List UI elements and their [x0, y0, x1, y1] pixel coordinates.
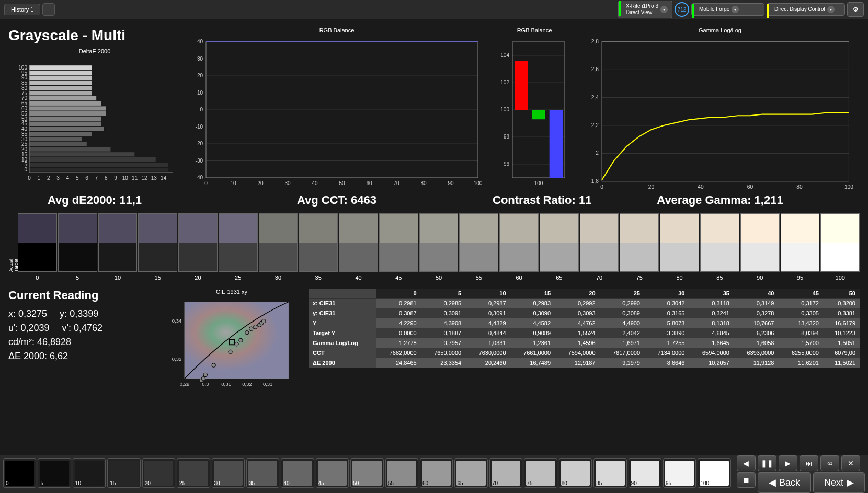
next-nav-button[interactable]: Next▶ [813, 472, 865, 493]
thumb-40[interactable]: 40 [281, 458, 314, 488]
swatch-65[interactable]: 65 [540, 213, 579, 272]
swatch-label: 50 [420, 274, 458, 281]
swatch-60[interactable]: 60 [499, 213, 539, 272]
prev-button[interactable]: ◀ [737, 455, 756, 471]
svg-text:4: 4 [66, 175, 70, 181]
swatch-40[interactable]: 40 [339, 213, 378, 272]
device-ddc-name: Direct Display Control [774, 6, 825, 13]
table-cell: 4,6845 [689, 328, 733, 338]
table-cell: 4,3908 [421, 318, 465, 328]
device-mobileforge-button[interactable]: Mobile Forge ▾ [691, 3, 764, 16]
pause-button[interactable]: ❚❚ [758, 455, 776, 471]
thumb-15[interactable]: 15 [107, 458, 140, 488]
thumb-70[interactable]: 70 [489, 458, 522, 488]
device-xrite-button[interactable]: X-Rite i1Pro 3Direct View ▾ [618, 1, 672, 18]
swatch-label: 75 [620, 274, 658, 281]
thumb-50[interactable]: 50 [350, 458, 383, 488]
avg-cct-metric: Avg CCT: 6463 [185, 193, 488, 207]
table-cell: 0,3118 [689, 299, 733, 308]
table-cell: 10,7667 [734, 318, 778, 328]
svg-text:-20: -20 [196, 141, 203, 146]
swatch-100[interactable]: 100 [820, 213, 860, 272]
row-label: CCT [309, 348, 376, 358]
table-cell: 0,3165 [644, 308, 689, 318]
history-tab[interactable]: History 1 [4, 4, 40, 15]
play-button[interactable]: ▶ [779, 455, 797, 471]
swatch-50[interactable]: 50 [419, 213, 459, 272]
swatch-label: 100 [821, 274, 859, 281]
swatch-15[interactable]: 15 [138, 213, 177, 272]
swatch-5[interactable]: 5 [58, 213, 97, 272]
next-button[interactable]: ⏭ [800, 455, 818, 471]
svg-point-127 [201, 377, 205, 381]
table-cell: 0,3172 [778, 299, 823, 308]
swatch-45[interactable]: 45 [379, 213, 418, 272]
swatch-axis-labels: Actual Target [8, 213, 17, 272]
thumb-label: 95 [666, 480, 671, 486]
thumb-5[interactable]: 5 [38, 458, 71, 488]
swatch-30[interactable]: 30 [259, 213, 298, 272]
swatch-75[interactable]: 75 [620, 213, 659, 272]
swatch-25[interactable]: 25 [219, 213, 258, 272]
thumb-label: 45 [318, 480, 324, 486]
data-table-panel[interactable]: 05101520253035404550 x: CIE310,29810,298… [309, 289, 860, 398]
table-row: ΔE 200024,846523,335420,246016,748912,91… [309, 358, 860, 368]
svg-rect-12 [29, 106, 106, 111]
thumb-55[interactable]: 55 [385, 458, 418, 488]
thumb-65[interactable]: 65 [454, 458, 487, 488]
swatch-35[interactable]: 35 [299, 213, 338, 272]
swatch-95[interactable]: 95 [781, 213, 820, 272]
swatch-55[interactable]: 55 [459, 213, 498, 272]
table-cell: 11,6201 [778, 358, 823, 368]
svg-text:0,32: 0,32 [242, 381, 252, 387]
table-cell: 0,9089 [510, 328, 555, 338]
back-button[interactable]: ◀Back [758, 472, 811, 493]
swatch-80[interactable]: 80 [660, 213, 699, 272]
close-button[interactable]: ✕ [841, 455, 860, 471]
svg-text:65: 65 [21, 100, 28, 106]
swatch-0[interactable]: 0 [18, 213, 57, 272]
stop-button[interactable]: ◼ [737, 472, 756, 488]
table-cell: 0,3089 [600, 308, 644, 318]
swatch-85[interactable]: 85 [700, 213, 739, 272]
swatch-70[interactable]: 70 [580, 213, 619, 272]
swatch-20[interactable]: 20 [178, 213, 218, 272]
svg-rect-14 [29, 96, 96, 101]
thumb-100[interactable]: 100 [698, 458, 730, 488]
thumb-90[interactable]: 90 [629, 458, 661, 488]
thumb-20[interactable]: 20 [142, 458, 175, 488]
thumb-30[interactable]: 30 [212, 458, 245, 488]
svg-text:60: 60 [747, 184, 753, 190]
thumb-25[interactable]: 25 [177, 458, 210, 488]
device-ddc-button[interactable]: Direct Display Control ▾ [767, 3, 845, 16]
thumb-85[interactable]: 85 [593, 458, 626, 488]
add-tab-button[interactable]: + [42, 3, 55, 16]
thumb-label: 85 [596, 480, 602, 486]
svg-point-129 [212, 363, 216, 368]
thumb-75[interactable]: 75 [524, 458, 557, 488]
svg-text:-10: -10 [196, 124, 203, 130]
svg-text:90: 90 [448, 180, 454, 186]
thumb-45[interactable]: 45 [316, 458, 349, 488]
de2000-panel: Grayscale - Multi DeltaE 2000 0510152025… [8, 27, 181, 189]
swatch-label: 0 [18, 274, 56, 281]
thumb-95[interactable]: 95 [663, 458, 696, 488]
thumb-60[interactable]: 60 [420, 458, 453, 488]
reading-count-badge: 712 [675, 2, 689, 17]
swatch-label: 30 [259, 274, 298, 281]
svg-text:70: 70 [393, 180, 399, 186]
swatch-10[interactable]: 10 [98, 213, 138, 272]
swatch-90[interactable]: 90 [740, 213, 780, 272]
thumb-10[interactable]: 10 [73, 458, 106, 488]
page-title: Grayscale - Multi [8, 27, 181, 44]
thumb-label: 15 [110, 480, 116, 486]
table-cell: 16,6179 [823, 318, 860, 328]
settings-button[interactable]: ⚙ [847, 2, 864, 17]
thumb-0[interactable]: 0 [3, 458, 36, 488]
svg-text:20: 20 [648, 184, 655, 190]
thumb-80[interactable]: 80 [559, 458, 592, 488]
loop-button[interactable]: ∞ [820, 455, 839, 471]
svg-text:80: 80 [21, 85, 28, 91]
thumb-35[interactable]: 35 [246, 458, 279, 488]
svg-text:10: 10 [122, 175, 129, 181]
